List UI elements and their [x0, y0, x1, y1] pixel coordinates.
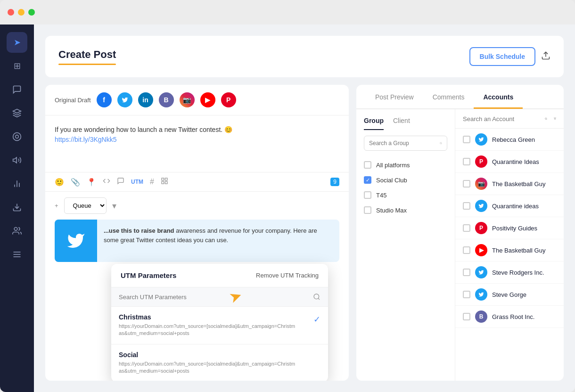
svg-point-1	[13, 133, 21, 141]
account-name-positivity: Positivity Guides	[492, 225, 537, 232]
account-name-quarantine1: Quarantine Ideas	[492, 158, 539, 165]
youtube-icon[interactable]: ▶	[200, 92, 215, 107]
svg-point-2	[16, 135, 19, 139]
buffer-icon[interactable]: B	[159, 92, 174, 107]
account-search-icon	[545, 115, 547, 122]
pinterest-platform-icon: P	[475, 155, 487, 168]
bulk-schedule-button[interactable]: Bulk Schedule	[469, 47, 535, 66]
tab-post-preview[interactable]: Post Preview	[366, 85, 423, 109]
schedule-select[interactable]: Queue	[64, 197, 107, 214]
utm-item-christmas[interactable]: Christmas https://yourDomain.com?utm_sou…	[111, 307, 328, 344]
account-name-rebecca: Rebecca Green	[492, 136, 535, 143]
group-item-studio-max[interactable]: Studio Max	[364, 203, 447, 218]
hashtag-icon[interactable]: #	[150, 178, 154, 186]
emoji-icon[interactable]: 🙂	[55, 178, 64, 187]
grid-icon[interactable]	[161, 177, 168, 187]
minimize-button[interactable]	[18, 9, 25, 16]
account-search-input[interactable]	[463, 115, 542, 122]
svg-rect-13	[162, 178, 164, 180]
sidebar-item-feeds[interactable]	[7, 244, 27, 265]
account-item-basketball-guy-1[interactable]: 📷 The Basketball Guy	[455, 173, 564, 195]
post-text: If you are wondering how to launch a new…	[55, 125, 339, 145]
acc-checkbox-basketball1[interactable]	[463, 180, 470, 188]
buffer-platform-icon: B	[475, 310, 487, 323]
post-editor: Original Draft f in B 📷 ▶ P If you a	[45, 85, 349, 381]
schedule-add-icon: +	[55, 202, 58, 209]
sidebar-item-campaigns[interactable]	[7, 150, 27, 171]
sidebar-item-messages[interactable]	[7, 79, 27, 100]
acc-checkbox-steve-rodgers[interactable]	[463, 269, 470, 276]
tab-accounts[interactable]: Accounts	[474, 85, 523, 109]
sidebar-item-send[interactable]: ➤	[7, 32, 27, 53]
acc-checkbox-steve-gorge[interactable]	[463, 291, 470, 298]
svg-marker-23	[554, 118, 556, 120]
remove-utm-button[interactable]: Remove UTM Tracking	[256, 272, 319, 279]
acc-checkbox-positivity[interactable]	[463, 224, 470, 232]
export-icon[interactable]	[541, 51, 550, 63]
post-image-area: ...use this to raise brand awareness and…	[45, 220, 349, 270]
group-checkbox-t45[interactable]	[364, 191, 371, 199]
editor-footer: + Queue ▾	[45, 191, 349, 220]
acc-checkbox-quarantine1[interactable]	[463, 158, 470, 165]
linkedin-icon[interactable]: in	[138, 92, 153, 107]
svg-point-8	[14, 228, 17, 231]
schedule-dropdown-icon[interactable]: ▾	[112, 201, 116, 211]
account-item-grass-root[interactable]: B Grass Root Inc.	[455, 306, 564, 328]
location-icon[interactable]: 📍	[87, 178, 96, 187]
twitter-platform-icon-2	[475, 200, 487, 212]
sidebar-item-network[interactable]	[7, 103, 27, 123]
facebook-icon[interactable]: f	[97, 92, 112, 107]
sidebar-item-download[interactable]	[7, 197, 27, 218]
attachment-icon[interactable]: 📎	[71, 178, 80, 187]
tab-comments[interactable]: Comments	[423, 85, 474, 109]
group-item-all-platforms[interactable]: All platforms	[364, 157, 447, 172]
acc-checkbox-quarantine2[interactable]	[463, 202, 470, 210]
group-item-social-club[interactable]: Social Club	[364, 172, 447, 188]
utm-button[interactable]: UTM	[131, 179, 143, 185]
code-icon[interactable]	[103, 177, 110, 187]
utm-item-social[interactable]: Social https://yourDomain.com?utm_source…	[111, 344, 328, 381]
editor-body[interactable]: If you are wondering how to launch a new…	[45, 115, 349, 172]
close-button[interactable]	[8, 9, 14, 16]
maximize-button[interactable]	[28, 9, 35, 16]
account-item-quarantine-ideas-2[interactable]: Quarantine ideas	[455, 195, 564, 217]
account-name-steve-gorge: Steve Gorge	[492, 291, 526, 298]
post-link[interactable]: https://bit.ly/3KgNkk5	[55, 136, 117, 143]
svg-point-19	[440, 142, 442, 144]
group-checkbox-all-platforms[interactable]	[364, 161, 371, 169]
group-item-t45[interactable]: T45	[364, 188, 447, 203]
pinterest-icon[interactable]: P	[221, 92, 236, 107]
acc-checkbox-grass-root[interactable]	[463, 313, 470, 320]
header-card: Create Post Bulk Schedule	[45, 36, 564, 77]
group-checkbox-studio-max[interactable]	[364, 206, 371, 214]
account-item-basketball-guy-2[interactable]: ▶ The Basketball Guy	[455, 239, 564, 261]
filter-icon[interactable]	[554, 115, 556, 122]
comment-icon[interactable]	[117, 177, 124, 187]
group-checkbox-social-club[interactable]	[364, 176, 371, 184]
account-name-quarantine2: Quarantine ideas	[492, 203, 539, 210]
gc-tab-client[interactable]: Client	[393, 117, 410, 130]
account-item-positivity-guides[interactable]: P Positivity Guides	[455, 217, 564, 239]
account-item-steve-gorge[interactable]: Steve Gorge	[455, 284, 564, 306]
account-item-quarantine-ideas-1[interactable]: P Quarantine Ideas	[455, 151, 564, 173]
group-search-input[interactable]	[369, 140, 440, 147]
account-item-rebecca-green[interactable]: Rebecca Green	[455, 129, 564, 151]
group-column: Group Client All platforms	[356, 109, 455, 381]
gc-tab-group[interactable]: Group	[364, 117, 384, 130]
sidebar-item-support[interactable]	[7, 126, 27, 147]
svg-marker-0	[13, 109, 21, 113]
account-search-header	[455, 109, 564, 129]
instagram-icon[interactable]: 📷	[180, 92, 195, 107]
sidebar-item-dashboard[interactable]: ⊞	[7, 56, 27, 76]
svg-point-17	[314, 294, 319, 299]
account-item-steve-rodgers[interactable]: Steve Rodgers Inc.	[455, 261, 564, 284]
group-search-icon	[440, 140, 442, 147]
acc-checkbox-basketball2[interactable]	[463, 246, 470, 254]
utm-search-input[interactable]	[119, 294, 309, 301]
sidebar-item-analytics[interactable]	[7, 173, 27, 194]
title-underline	[58, 64, 116, 65]
acc-checkbox-rebecca[interactable]	[463, 136, 470, 143]
sidebar-item-groups[interactable]	[7, 220, 27, 241]
right-panel: Post Preview Comments Accounts Group Cli…	[356, 85, 564, 381]
twitter-icon[interactable]	[117, 92, 132, 107]
